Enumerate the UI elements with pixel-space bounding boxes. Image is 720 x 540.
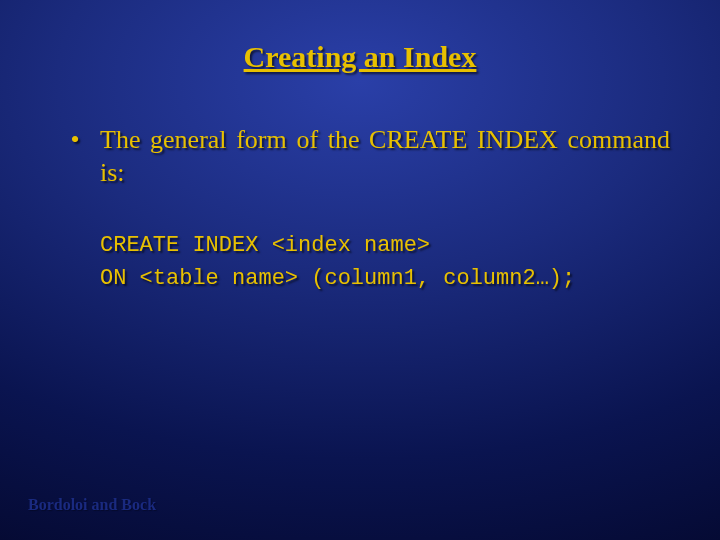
code-block: CREATE INDEX <index name> ON <table name… xyxy=(100,229,670,295)
bullet-marker: • xyxy=(50,124,100,155)
code-line-1: CREATE INDEX <index name> xyxy=(100,229,670,262)
bullet-item: • The general form of the CREATE INDEX c… xyxy=(50,124,670,189)
code-line-2: ON <table name> (column1, column2…); xyxy=(100,262,670,295)
slide-title: Creating an Index xyxy=(50,40,670,74)
bullet-text: The general form of the CREATE INDEX com… xyxy=(100,124,670,189)
slide: Creating an Index • The general form of … xyxy=(0,0,720,540)
footer-credit: Bordoloi and Bock xyxy=(28,496,156,514)
